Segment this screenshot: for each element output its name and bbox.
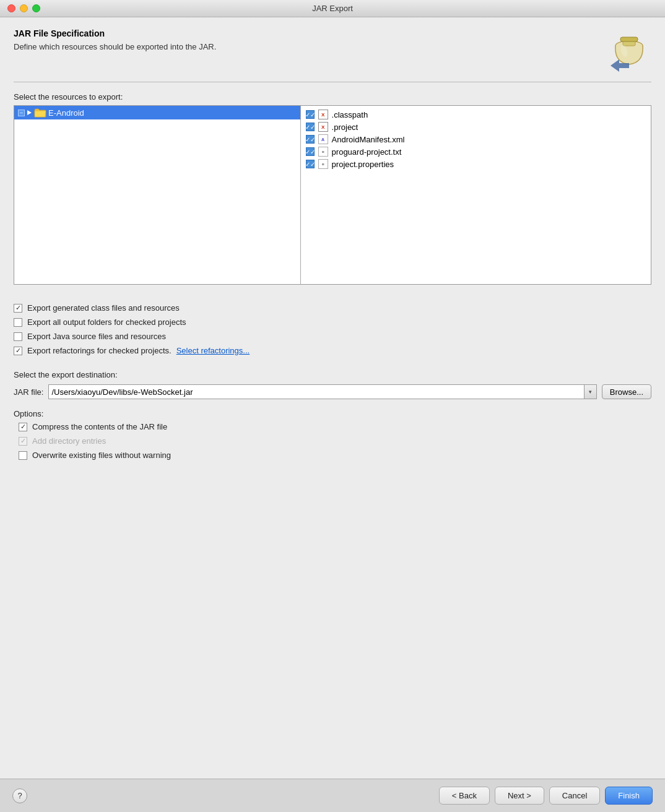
jar-icon-svg xyxy=(607,28,651,73)
option-label-export-source: Export Java source files and resources xyxy=(27,332,166,341)
select-refactorings-link[interactable]: Select refactorings... xyxy=(176,346,250,355)
file-type-txt-icon: ≡ xyxy=(318,159,328,169)
list-item: ✓ X .project xyxy=(306,121,646,133)
maximize-button[interactable] xyxy=(32,4,40,12)
dialog-content: JAR File Specification Define which reso… xyxy=(0,17,665,779)
option-export-output: Export all output folders for checked pr… xyxy=(14,317,651,327)
tree-item-label: E-Android xyxy=(48,108,84,118)
right-files: ✓ X .classpath ✓ X .project ✓ xyxy=(301,106,651,284)
file-checkbox-classpath[interactable]: ✓ xyxy=(306,110,315,119)
titlebar: JAR Export xyxy=(0,0,665,17)
jar-file-label: JAR file: xyxy=(14,387,43,397)
resources-section: Select the resources to export: − E-Andr… xyxy=(14,92,651,293)
file-name-manifest: AndroidManifest.xml xyxy=(332,135,405,144)
file-name-project: .project xyxy=(332,123,359,132)
dialog-title: JAR File Specification xyxy=(14,28,216,38)
list-item: ✓ A AndroidManifest.xml xyxy=(306,133,646,145)
list-item: ✓ ≡ project.properties xyxy=(306,158,646,170)
button-bar: ? < Back Next > Cancel Finish xyxy=(0,779,665,812)
browse-button[interactable]: Browse... xyxy=(602,384,651,399)
option-label-add-dir: Add directory entries xyxy=(32,436,106,446)
file-checkbox-properties[interactable]: ✓ xyxy=(306,160,315,168)
option-export-source: Export Java source files and resources xyxy=(14,332,651,341)
checkbox-overwrite[interactable] xyxy=(19,451,27,460)
header-section: JAR File Specification Define which reso… xyxy=(14,28,651,82)
list-item: ✓ X .classpath xyxy=(306,108,646,121)
checkbox-add-dir[interactable] xyxy=(19,437,27,446)
svg-rect-2 xyxy=(620,37,638,41)
option-label-compress: Compress the contents of the JAR file xyxy=(32,422,167,431)
close-button[interactable] xyxy=(7,4,15,12)
option-add-dir: Add directory entries xyxy=(19,436,651,446)
dialog-description: Define which resources should be exporte… xyxy=(14,42,216,51)
checkbox-export-output[interactable] xyxy=(14,318,22,327)
back-button[interactable]: < Back xyxy=(439,787,490,805)
checkbox-export-refactorings[interactable] xyxy=(14,347,22,355)
options-section-label: Options: xyxy=(14,409,651,418)
next-button[interactable]: Next > xyxy=(495,787,544,805)
option-label-export-classes: Export generated class files and resourc… xyxy=(27,303,180,313)
option-export-refactorings: Export refactorings for checked projects… xyxy=(14,346,651,355)
file-type-x-icon: X xyxy=(318,110,328,119)
file-checkbox-proguard[interactable]: ✓ xyxy=(306,147,315,156)
file-name-proguard: proguard-project.txt xyxy=(332,147,402,157)
checkbox-compress[interactable] xyxy=(19,423,27,431)
checkbox-export-classes[interactable] xyxy=(14,304,22,313)
collapse-icon[interactable]: − xyxy=(18,110,25,116)
checkbox-export-source[interactable] xyxy=(14,332,22,341)
folder-icon xyxy=(34,108,46,118)
option-overwrite: Overwrite existing files without warning xyxy=(19,451,651,460)
file-checkbox-manifest[interactable]: ✓ xyxy=(306,135,315,144)
export-options-section: Export generated class files and resourc… xyxy=(14,303,651,360)
option-label-export-output: Export all output folders for checked pr… xyxy=(27,317,186,327)
option-compress: Compress the contents of the JAR file xyxy=(19,422,651,431)
destination-section: Select the export destination: JAR file:… xyxy=(14,370,651,399)
file-type-txt-icon: ≡ xyxy=(318,147,328,157)
destination-label: Select the export destination: xyxy=(14,370,651,379)
list-item: ✓ ≡ proguard-project.txt xyxy=(306,145,646,158)
file-type-xml-icon: A xyxy=(318,134,328,144)
option-label-export-refactorings: Export refactorings for checked projects… xyxy=(27,346,172,355)
nav-buttons: < Back Next > Cancel Finish xyxy=(439,787,653,805)
jar-file-dropdown-button[interactable] xyxy=(584,385,596,399)
minimize-button[interactable] xyxy=(20,4,28,12)
tree-item-e-android[interactable]: − E-Android xyxy=(14,106,300,119)
options-section: Options: Compress the contents of the JA… xyxy=(14,409,651,465)
jar-file-input[interactable] xyxy=(49,385,583,399)
finish-button[interactable]: Finish xyxy=(605,787,653,805)
file-name-classpath: .classpath xyxy=(332,110,368,119)
help-button[interactable]: ? xyxy=(12,788,27,803)
window-title: JAR Export xyxy=(312,4,353,13)
option-label-overwrite: Overwrite existing files without warning xyxy=(32,451,171,460)
tree-arrow-icon xyxy=(27,110,32,115)
file-type-x-icon: X xyxy=(318,122,328,132)
traffic-lights xyxy=(7,4,40,12)
jar-icon xyxy=(607,28,651,73)
header-text: JAR File Specification Define which reso… xyxy=(14,28,216,51)
cancel-button[interactable]: Cancel xyxy=(549,787,600,805)
jar-file-input-wrapper xyxy=(48,384,596,399)
resources-label: Select the resources to export: xyxy=(14,92,651,102)
file-checkbox-project[interactable]: ✓ xyxy=(306,123,315,131)
option-export-classes: Export generated class files and resourc… xyxy=(14,303,651,313)
file-name-properties: project.properties xyxy=(332,160,394,169)
resources-panel: − E-Android ✓ xyxy=(14,105,651,285)
left-tree: − E-Android xyxy=(14,106,301,284)
jar-file-row: JAR file: Browse... xyxy=(14,384,651,399)
